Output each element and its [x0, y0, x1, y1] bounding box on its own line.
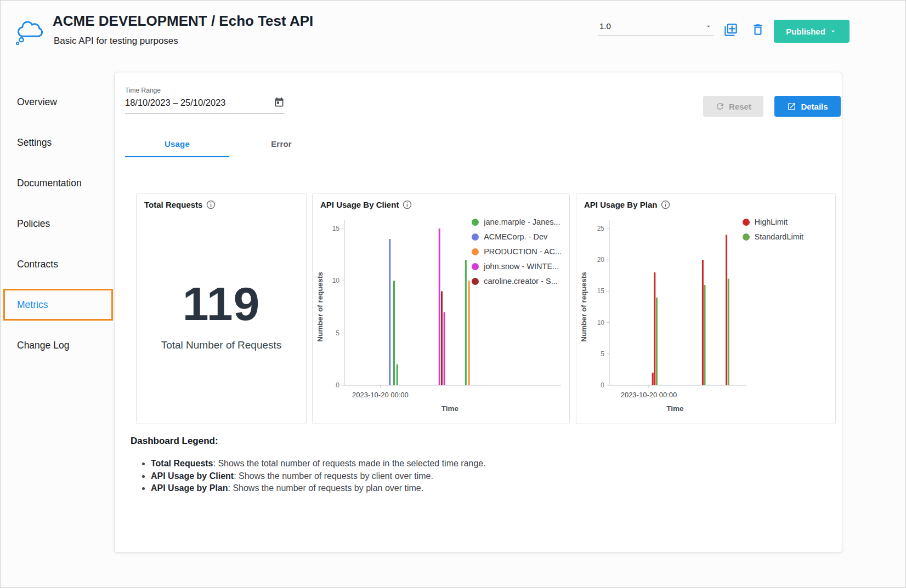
legend-desc: : Shows the total number of requests mad… — [213, 459, 486, 468]
library-add-icon[interactable] — [723, 22, 738, 39]
usage-by-plan-legend: HighLimitStandardLimit — [743, 218, 803, 241]
legend-item[interactable]: HighLimit — [743, 218, 803, 226]
legend-series-label: StandardLimit — [755, 232, 803, 241]
info-icon[interactable] — [661, 200, 670, 209]
legend-dot-icon — [743, 219, 750, 226]
chart-bar[interactable] — [702, 260, 704, 385]
svg-text:Time: Time — [666, 404, 684, 413]
svg-text:25: 25 — [597, 225, 605, 232]
sidebar-nav: Overview Settings Documentation Policies… — [1, 82, 114, 366]
chart-bar[interactable] — [654, 272, 655, 385]
total-requests-value: 119 — [137, 277, 306, 331]
delete-icon[interactable] — [751, 22, 765, 38]
sidebar-item-settings[interactable]: Settings — [1, 122, 114, 163]
svg-text:0: 0 — [601, 381, 604, 389]
app-window: ACME DEVELOPMENT / Echo Test API Basic A… — [0, 0, 906, 588]
svg-text:15: 15 — [597, 287, 605, 295]
sidebar-item-policies[interactable]: Policies — [1, 203, 114, 244]
legend-item[interactable]: ACMECorp. - Dev — [472, 232, 562, 241]
legend-term: API Usage by Client — [151, 471, 234, 481]
reset-label: Reset — [729, 102, 751, 111]
total-requests-card: Total Requests 119 Total Number of Reque… — [136, 193, 307, 424]
legend-series-label: john.snow - WINTE... — [484, 262, 559, 271]
chevron-down-icon — [705, 22, 712, 30]
sidebar-item-documentation[interactable]: Documentation — [1, 163, 114, 203]
legend-item[interactable]: caroline.creator - S... — [472, 277, 562, 286]
metrics-panel: Time Range 18/10/2023 – 25/10/2023 Reset… — [114, 72, 842, 553]
chart-bar[interactable] — [656, 298, 658, 385]
info-icon[interactable] — [403, 200, 412, 209]
chart-bar[interactable] — [726, 235, 727, 385]
time-range-label: Time Range — [125, 87, 285, 94]
card-title: Total Requests — [144, 200, 202, 209]
cloud-logo-icon — [15, 15, 43, 48]
svg-text:10: 10 — [332, 277, 340, 284]
chart-bar[interactable] — [468, 281, 470, 385]
chart-bar[interactable] — [704, 285, 706, 385]
details-label: Details — [801, 102, 828, 111]
chevron-down-icon — [829, 27, 837, 36]
legend-series-label: HighLimit — [755, 218, 788, 226]
chart-bar[interactable] — [393, 281, 395, 385]
reset-button[interactable]: Reset — [703, 96, 763, 117]
legend-dot-icon — [472, 233, 479, 241]
chart-bar[interactable] — [652, 373, 654, 385]
legend-term: API Usage by Plan — [151, 483, 228, 493]
legend-series-label: caroline.creator - S... — [484, 277, 558, 286]
version-select[interactable]: 1.0 — [598, 20, 714, 36]
legend-bullet: API Usage by Client: Shows the number of… — [151, 470, 486, 483]
legend-desc: : Shows the number of requests by plan o… — [228, 483, 424, 493]
legend-dot-icon — [472, 263, 479, 270]
version-value: 1.0 — [599, 21, 611, 31]
chart-bar[interactable] — [439, 229, 440, 385]
legend-series-label: PRODUCTION - AC... — [484, 247, 562, 256]
metrics-tabs: Usage Error — [125, 132, 333, 157]
svg-text:2023-10-20 00:00: 2023-10-20 00:00 — [352, 391, 409, 399]
legend-item[interactable]: StandardLimit — [743, 232, 803, 241]
chart-bar[interactable] — [465, 260, 467, 385]
published-button[interactable]: Published — [774, 20, 850, 43]
info-icon[interactable] — [206, 200, 216, 209]
open-in-new-icon — [787, 102, 796, 111]
sidebar-item-changelog[interactable]: Change Log — [1, 325, 114, 366]
legend-dot-icon — [472, 278, 479, 285]
chart-bar[interactable] — [441, 291, 443, 385]
svg-text:Number of requests: Number of requests — [316, 272, 324, 342]
svg-text:20: 20 — [597, 256, 605, 264]
chart-bar[interactable] — [389, 239, 390, 385]
sidebar-item-contracts[interactable]: Contracts — [1, 244, 114, 284]
sidebar-item-overview[interactable]: Overview — [1, 82, 114, 122]
details-button[interactable]: Details — [774, 96, 841, 117]
chart-bar[interactable] — [397, 364, 398, 385]
tab-error[interactable]: Error — [229, 132, 333, 157]
total-requests-caption: Total Number of Requests — [137, 339, 306, 351]
legend-item[interactable]: PRODUCTION - AC... — [472, 247, 562, 256]
usage-by-client-card: API Usage By Client 0510152023-10-20 00:… — [312, 193, 570, 424]
legend-item[interactable]: john.snow - WINTE... — [472, 262, 562, 271]
dashboard-legend-title: Dashboard Legend: — [131, 436, 218, 447]
usage-by-plan-card: API Usage By Plan 05101520252023-10-20 0… — [576, 193, 836, 424]
svg-text:Number of requests: Number of requests — [580, 272, 588, 342]
legend-item[interactable]: jane.marple - Janes... — [472, 218, 562, 226]
card-title: API Usage By Plan — [584, 200, 657, 209]
legend-term: Total Requests — [151, 459, 213, 468]
reset-icon — [715, 101, 725, 111]
calendar-icon[interactable] — [274, 97, 285, 108]
legend-desc: : Shows the number of requests by client… — [234, 471, 433, 481]
page-subtitle: Basic API for testing purposes — [54, 36, 178, 47]
chart-bar[interactable] — [444, 312, 445, 385]
svg-text:5: 5 — [336, 329, 339, 337]
chart-bar[interactable] — [728, 279, 729, 385]
card-title: API Usage By Client — [320, 200, 399, 209]
legend-dot-icon — [743, 233, 750, 241]
usage-by-client-legend: jane.marple - Janes...ACMECorp. - DevPRO… — [472, 218, 562, 286]
tab-usage[interactable]: Usage — [125, 132, 229, 157]
time-range-field[interactable]: Time Range 18/10/2023 – 25/10/2023 — [125, 87, 285, 113]
legend-dot-icon — [472, 248, 479, 255]
svg-text:10: 10 — [597, 319, 605, 327]
dashboard-legend-list: Total Requests: Shows the total number o… — [141, 458, 486, 495]
legend-series-label: jane.marple - Janes... — [484, 218, 560, 226]
sidebar-item-metrics[interactable]: Metrics — [1, 284, 114, 325]
svg-text:15: 15 — [332, 225, 340, 232]
publish-status-label: Published — [786, 27, 825, 36]
